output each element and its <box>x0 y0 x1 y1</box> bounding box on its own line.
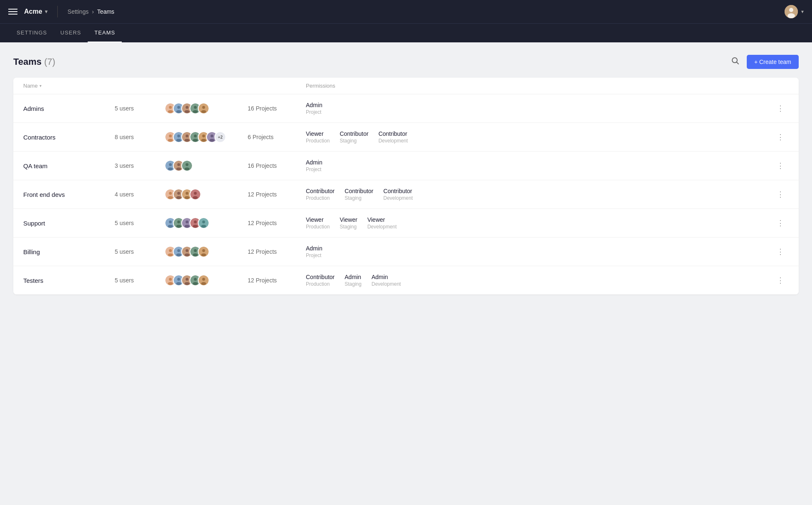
search-icon <box>731 56 739 65</box>
svg-point-94 <box>176 282 181 285</box>
breadcrumb: Settings › Teams <box>68 8 115 15</box>
search-button[interactable] <box>728 54 742 69</box>
perm-role: Contributor <box>306 188 335 194</box>
svg-point-93 <box>177 278 180 281</box>
perm-role: Admin <box>306 102 322 108</box>
perm-group: Viewer Staging <box>340 216 357 230</box>
more-menu-button[interactable]: ⋮ <box>772 159 789 172</box>
team-name: Billing <box>23 248 115 255</box>
perm-group: Contributor Development <box>379 130 408 144</box>
perm-role: Admin <box>306 159 322 166</box>
breadcrumb-settings[interactable]: Settings <box>68 8 89 15</box>
svg-point-49 <box>168 196 173 199</box>
svg-line-4 <box>736 62 738 64</box>
avatar-extra: +2 <box>214 131 226 143</box>
table-row: Contractors 8 users +2 6 Projects Viewer… <box>13 123 799 152</box>
project-count: 16 Projects <box>248 105 306 112</box>
perm-group: Admin Development <box>372 274 401 287</box>
more-menu-button[interactable]: ⋮ <box>772 217 789 229</box>
svg-point-88 <box>201 253 206 256</box>
svg-point-60 <box>169 221 172 223</box>
svg-point-84 <box>194 249 197 252</box>
svg-point-81 <box>186 249 189 252</box>
svg-point-72 <box>202 221 205 223</box>
svg-point-78 <box>177 249 180 252</box>
permissions-cell: Admin Project <box>306 245 772 258</box>
svg-point-36 <box>211 135 214 137</box>
user-count: 3 users <box>115 162 165 169</box>
user-count: 5 users <box>115 248 165 255</box>
page-header: Teams (7) + Create team <box>13 54 799 69</box>
svg-point-10 <box>176 110 181 113</box>
subnav-teams[interactable]: Teams <box>88 24 122 42</box>
svg-point-58 <box>193 196 198 199</box>
permissions-cell: Viewer Production Contributor Staging Co… <box>306 130 772 144</box>
svg-point-1 <box>789 8 793 12</box>
perm-role: Admin <box>306 245 322 252</box>
col-header-permissions: Permissions <box>306 83 772 89</box>
more-menu-button[interactable]: ⋮ <box>772 131 789 143</box>
perm-role: Viewer <box>340 216 357 223</box>
perm-group: Contributor Development <box>384 188 413 201</box>
hamburger-menu[interactable] <box>8 9 17 15</box>
subnav-settings[interactable]: Settings <box>10 24 54 42</box>
svg-point-79 <box>176 253 181 256</box>
svg-point-37 <box>209 139 214 142</box>
perm-role: Viewer <box>306 216 330 223</box>
svg-point-73 <box>201 225 206 228</box>
svg-point-25 <box>176 139 181 142</box>
avatar-stack <box>165 103 248 114</box>
main-content: Teams (7) + Create team Name ▾ P <box>0 42 812 306</box>
user-count: 8 users <box>115 134 165 140</box>
more-menu-button[interactable]: ⋮ <box>772 245 789 258</box>
table-row: QA team 3 users 16 Projects Admin Projec… <box>13 152 799 180</box>
svg-point-22 <box>168 139 173 142</box>
create-team-button[interactable]: + Create team <box>747 55 799 69</box>
page-title: Teams (7) <box>13 56 55 67</box>
perm-group: Viewer Production <box>306 130 330 144</box>
avatar-item <box>198 275 209 286</box>
table-row: Admins 5 users 16 Projects Admin Project… <box>13 94 799 123</box>
team-name: Contractors <box>23 134 115 141</box>
app-name[interactable]: Acme ▾ <box>24 8 47 15</box>
avatar-stack <box>165 275 248 286</box>
perm-env: Production <box>306 281 335 287</box>
perm-env: Development <box>372 281 401 287</box>
avatar-stack <box>165 246 248 257</box>
perm-env: Development <box>367 224 397 230</box>
svg-point-61 <box>168 225 173 228</box>
avatar-item <box>198 103 209 114</box>
perm-env: Staging <box>340 224 357 230</box>
svg-point-99 <box>194 278 197 281</box>
user-count: 5 users <box>115 277 165 284</box>
svg-point-100 <box>193 282 198 285</box>
avatar[interactable] <box>785 5 798 18</box>
more-menu-button[interactable]: ⋮ <box>772 102 789 115</box>
col-header-name[interactable]: Name ▾ <box>23 83 115 89</box>
perm-env: Project <box>306 167 322 172</box>
perm-group: Viewer Production <box>306 216 330 230</box>
more-menu-button[interactable]: ⋮ <box>772 188 789 201</box>
nav-divider <box>57 6 58 17</box>
top-bar: Acme ▾ Settings › Teams ▾ <box>0 0 812 23</box>
permissions-cell: Contributor Production Contributor Stagi… <box>306 188 772 201</box>
subnav-users[interactable]: Users <box>54 24 88 42</box>
perm-env: Development <box>384 195 413 201</box>
user-count: 5 users <box>115 220 165 226</box>
svg-point-45 <box>186 163 189 166</box>
permissions-cell: Admin Project <box>306 159 772 172</box>
svg-point-39 <box>169 163 172 166</box>
team-name: QA team <box>23 162 115 169</box>
team-name: Support <box>23 220 115 227</box>
perm-group: Admin Project <box>306 245 322 258</box>
perm-role: Viewer <box>306 130 330 137</box>
avatar-item <box>189 189 201 200</box>
svg-point-85 <box>193 253 198 256</box>
perm-group: Contributor Production <box>306 274 335 287</box>
svg-point-21 <box>169 135 172 137</box>
user-chevron-icon[interactable]: ▾ <box>801 9 804 15</box>
avatar-stack: +2 <box>165 131 248 143</box>
more-menu-button[interactable]: ⋮ <box>772 274 789 287</box>
svg-point-12 <box>186 106 189 109</box>
user-count: 5 users <box>115 105 165 112</box>
